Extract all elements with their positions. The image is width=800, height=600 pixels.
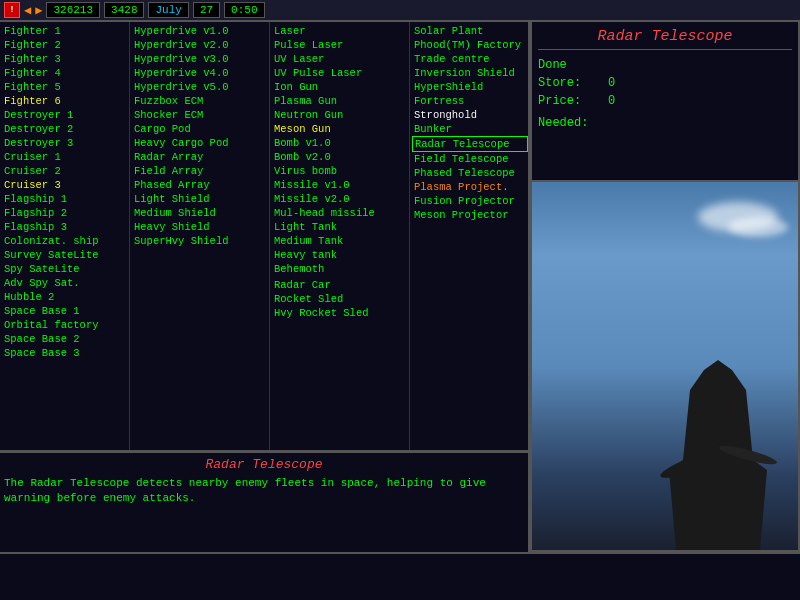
- main-area: Fighter 1Fighter 2Fighter 3Fighter 4Figh…: [0, 22, 800, 552]
- list-item[interactable]: Field Telescope: [412, 152, 528, 166]
- list-item[interactable]: Heavy tank: [272, 248, 407, 262]
- list-item[interactable]: Ion Gun: [272, 80, 407, 94]
- description-area: Radar Telescope The Radar Telescope dete…: [0, 452, 528, 552]
- store-value: 0: [608, 76, 615, 90]
- list-item[interactable]: Fortress: [412, 94, 528, 108]
- list-item[interactable]: Colonizat. ship: [2, 234, 127, 248]
- list-item[interactable]: Hyperdrive v3.0: [132, 52, 267, 66]
- list-item[interactable]: Medium Tank: [272, 234, 407, 248]
- list-item[interactable]: Hyperdrive v4.0: [132, 66, 267, 80]
- list-item[interactable]: Destroyer 3: [2, 136, 127, 150]
- next-button[interactable]: ▶: [35, 3, 42, 18]
- telescope-image: [530, 182, 800, 552]
- list-item[interactable]: Cruiser 2: [2, 164, 127, 178]
- info-box: Radar Telescope Done Store: 0 Price: 0 N…: [530, 22, 800, 182]
- list-item[interactable]: Plasma Gun: [272, 94, 407, 108]
- list-item[interactable]: Hyperdrive v2.0: [132, 38, 267, 52]
- list-item[interactable]: Space Base 1: [2, 304, 127, 318]
- list-item[interactable]: Fighter 6: [2, 94, 127, 108]
- list-item[interactable]: Rocket Sled: [272, 292, 407, 306]
- list-item[interactable]: [412, 240, 528, 242]
- list-item[interactable]: Meson Gun: [272, 122, 407, 136]
- list-item[interactable]: Fighter 1: [2, 24, 127, 38]
- list-item[interactable]: Cruiser 1: [2, 150, 127, 164]
- col-ships: Fighter 1Fighter 2Fighter 3Fighter 4Figh…: [0, 22, 130, 450]
- list-item[interactable]: Orbital factory: [2, 318, 127, 332]
- list-item[interactable]: Fusion Projector: [412, 194, 528, 208]
- col-equipment: Hyperdrive v1.0Hyperdrive v2.0Hyperdrive…: [130, 22, 270, 450]
- list-item[interactable]: Virus bomb: [272, 164, 407, 178]
- list-item[interactable]: Behemoth: [272, 262, 407, 276]
- col-buildings: Solar PlantPhood(TM) FactoryTrade centre…: [410, 22, 528, 450]
- credits-display: 326213: [46, 2, 100, 18]
- list-item[interactable]: Inversion Shield: [412, 66, 528, 80]
- left-panel: Fighter 1Fighter 2Fighter 3Fighter 4Figh…: [0, 22, 530, 552]
- list-item[interactable]: Light Shield: [132, 192, 267, 206]
- list-item[interactable]: Trade centre: [412, 52, 528, 66]
- list-item[interactable]: Hubble 2: [2, 290, 127, 304]
- list-item[interactable]: Neutron Gun: [272, 108, 407, 122]
- needed-label: Needed:: [538, 116, 792, 130]
- right-panel: Radar Telescope Done Store: 0 Price: 0 N…: [530, 22, 800, 552]
- list-item[interactable]: Laser: [272, 24, 407, 38]
- list-item[interactable]: Spy SateLite: [2, 262, 127, 276]
- list-item[interactable]: [272, 322, 407, 324]
- list-item[interactable]: [132, 262, 267, 264]
- list-item[interactable]: Shocker ECM: [132, 108, 267, 122]
- list-item[interactable]: Space Base 2: [2, 332, 127, 346]
- desc-text: The Radar Telescope detects nearby enemy…: [4, 476, 524, 507]
- list-item[interactable]: Heavy Cargo Pod: [132, 136, 267, 150]
- list-item[interactable]: Space Base 3: [2, 346, 127, 360]
- list-item[interactable]: Plasma Project.: [412, 180, 528, 194]
- list-item[interactable]: Fuzzbox ECM: [132, 94, 267, 108]
- prev-button[interactable]: ◀: [24, 3, 31, 18]
- list-item[interactable]: UV Pulse Laser: [272, 66, 407, 80]
- list-item[interactable]: Meson Projector: [412, 208, 528, 222]
- list-item[interactable]: Hyperdrive v1.0: [132, 24, 267, 38]
- month-display: July: [148, 2, 188, 18]
- item-grid: Fighter 1Fighter 2Fighter 3Fighter 4Figh…: [0, 22, 528, 452]
- list-item[interactable]: Radar Car: [272, 278, 407, 292]
- list-item[interactable]: Destroyer 1: [2, 108, 127, 122]
- list-item[interactable]: Fighter 2: [2, 38, 127, 52]
- list-item[interactable]: Light Tank: [272, 220, 407, 234]
- list-item[interactable]: Missile v2.0: [272, 192, 407, 206]
- list-item[interactable]: Cargo Pod: [132, 122, 267, 136]
- list-item[interactable]: Flagship 1: [2, 192, 127, 206]
- list-item[interactable]: Pulse Laser: [272, 38, 407, 52]
- list-item[interactable]: UV Laser: [272, 52, 407, 66]
- list-item[interactable]: Hyperdrive v5.0: [132, 80, 267, 94]
- info-title: Radar Telescope: [538, 28, 792, 50]
- list-item[interactable]: Bomb v1.0: [272, 136, 407, 150]
- list-item[interactable]: Cruiser 3: [2, 178, 127, 192]
- list-item[interactable]: HyperShield: [412, 80, 528, 94]
- list-item[interactable]: Fighter 3: [2, 52, 127, 66]
- list-item[interactable]: Phood(TM) Factory: [412, 38, 528, 52]
- list-item[interactable]: SuperHvy Shield: [132, 234, 267, 248]
- list-item[interactable]: Missile v1.0: [272, 178, 407, 192]
- list-item[interactable]: Fighter 5: [2, 80, 127, 94]
- list-item[interactable]: Phased Array: [132, 178, 267, 192]
- desc-title: Radar Telescope: [4, 457, 524, 472]
- list-item[interactable]: Heavy Shield: [132, 220, 267, 234]
- list-item[interactable]: Flagship 3: [2, 220, 127, 234]
- list-item[interactable]: Destroyer 2: [2, 122, 127, 136]
- list-item[interactable]: Stronghold: [412, 108, 528, 122]
- time-display: 0:50: [224, 2, 264, 18]
- list-item[interactable]: Radar Telescope: [412, 136, 528, 152]
- list-item[interactable]: Hvy Rocket Sled: [272, 306, 407, 320]
- list-item[interactable]: Phased Telescope: [412, 166, 528, 180]
- list-item[interactable]: Fighter 4: [2, 66, 127, 80]
- alert-icon[interactable]: !: [4, 2, 20, 18]
- store-label: Store:: [538, 76, 608, 90]
- list-item[interactable]: Field Array: [132, 164, 267, 178]
- list-item[interactable]: Radar Array: [132, 150, 267, 164]
- list-item[interactable]: Solar Plant: [412, 24, 528, 38]
- list-item[interactable]: Bomb v2.0: [272, 150, 407, 164]
- list-item[interactable]: Medium Shield: [132, 206, 267, 220]
- list-item[interactable]: Mul-head missile: [272, 206, 407, 220]
- list-item[interactable]: Survey SateLite: [2, 248, 127, 262]
- list-item[interactable]: Bunker: [412, 122, 528, 136]
- list-item[interactable]: Adv Spy Sat.: [2, 276, 127, 290]
- list-item[interactable]: Flagship 2: [2, 206, 127, 220]
